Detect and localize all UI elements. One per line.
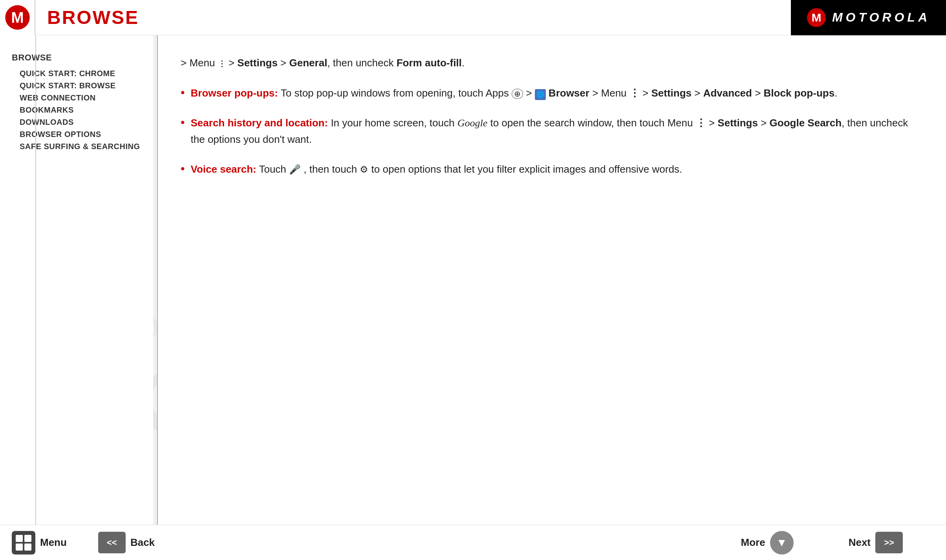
bullet-browser-popups: • Browser pop-ups: To stop pop-up window… (181, 85, 922, 102)
sidebar-item-quick-start-chrome[interactable]: QUICK START: CHROME (12, 67, 145, 80)
sidebar-item-web-connection[interactable]: WEB CONNECTION (12, 92, 145, 104)
back-label: Back (130, 536, 155, 549)
motorola-brand-logo: M MOTOROLA (807, 8, 930, 27)
grid-cell-3 (16, 544, 23, 551)
bullet-dot-3: • (181, 162, 185, 178)
term-browser-popups: Browser pop-ups: (191, 87, 278, 99)
footer: Menu << Back More ▼ Next >> (0, 525, 946, 560)
sidebar-item-browse[interactable]: BROWSE (12, 51, 145, 64)
bullet-text-3: Voice search: Touch 🎤 , then touch ⚙ to … (191, 161, 683, 178)
sidebar-divider (35, 35, 36, 525)
motorola-m-icon-header: M (807, 8, 826, 27)
sidebar-item-bookmarks[interactable]: BOOKMARKS (12, 104, 145, 116)
svg-text:M: M (11, 9, 24, 26)
page-title: BROWSE (35, 7, 139, 28)
sidebar-item-quick-start-browse[interactable]: QUICK START: BROWSE (12, 80, 145, 92)
term-voice-search: Voice search: (191, 163, 256, 175)
motorola-logo: M (0, 0, 35, 35)
sidebar: BROWSE QUICK START: CHROME QUICK START: … (0, 35, 153, 525)
sidebar-item-browser-options[interactable]: BROWSER OPTIONS (12, 128, 145, 140)
grid-cell-4 (24, 544, 31, 551)
bullet-text-2: Search history and location: In your hom… (191, 115, 922, 148)
grid-cell-2 (24, 535, 31, 542)
bullet-text-1: Browser pop-ups: To stop pop-up windows … (191, 85, 838, 102)
sidebar-item-downloads[interactable]: DOWNLOADS (12, 116, 145, 128)
bullet-voice-search: • Voice search: Touch 🎤 , then touch ⚙ t… (181, 161, 922, 178)
back-icon: << (98, 532, 126, 553)
brand-name: MOTOROLA (832, 10, 930, 25)
motorola-m-icon: M (5, 5, 30, 30)
main-content: > Menu ⋮ > Settings > General, then unch… (157, 35, 946, 525)
svg-text:M: M (811, 11, 821, 24)
back-button[interactable]: << Back (98, 532, 155, 553)
header-brand: M MOTOROLA (791, 0, 946, 35)
bullet-dot-2: • (181, 116, 185, 148)
grid-cell-1 (16, 535, 23, 542)
settings-gear-icon: ⚙ (360, 164, 368, 175)
menu-label: Menu (40, 536, 67, 549)
term-search-history: Search history and location: (191, 117, 328, 129)
footer-right: More ▼ Next >> (741, 531, 934, 555)
next-label: Next (849, 536, 871, 549)
bullet-search-history: • Search history and location: In your h… (181, 115, 922, 148)
next-button[interactable]: Next >> (849, 532, 903, 553)
sidebar-nav: BROWSE QUICK START: CHROME QUICK START: … (8, 51, 145, 153)
google-logo-text: Google (457, 117, 488, 129)
more-label: More (741, 536, 765, 549)
more-icon: ▼ (770, 531, 794, 555)
microphone-icon: 🎤 (289, 164, 301, 175)
intro-text: > Menu ⋮ > Settings > General, then unch… (181, 55, 922, 71)
menu-grid-icon (13, 532, 35, 554)
menu-button[interactable]: Menu (12, 531, 67, 555)
next-icon: >> (875, 532, 903, 553)
header: M BROWSE M MOTOROLA (0, 0, 946, 35)
more-button[interactable]: More ▼ (741, 531, 794, 555)
content-divider (157, 35, 158, 525)
menu-icon (12, 531, 35, 555)
sidebar-item-safe-surfing[interactable]: SAFE SURFING & SEARCHING (12, 140, 145, 153)
bullet-dot-1: • (181, 86, 185, 102)
